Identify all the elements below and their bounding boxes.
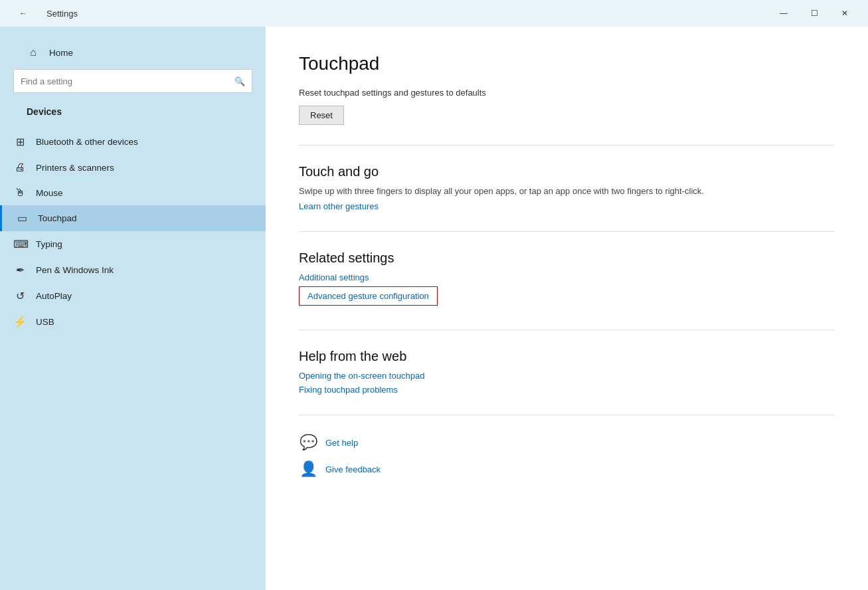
maximize-button[interactable]: ☐: [799, 0, 829, 27]
page-title: Touchpad: [299, 53, 835, 74]
search-input[interactable]: [21, 76, 234, 86]
advanced-gesture-link[interactable]: Advanced gesture configuration: [299, 286, 438, 306]
keyboard-icon: ⌨: [13, 238, 27, 250]
home-label: Home: [49, 48, 73, 58]
bluetooth-icon: ⊞: [13, 136, 27, 148]
sidebar-item-home[interactable]: ⌂ Home: [13, 40, 252, 65]
related-settings-section: Related settings Additional settings Adv…: [299, 250, 835, 310]
reset-section: Reset touchpad settings and gestures to …: [299, 88, 835, 125]
back-button[interactable]: ←: [8, 0, 39, 27]
search-box: 🔍: [13, 69, 252, 93]
give-feedback-icon: 👤: [299, 460, 317, 478]
sidebar-item-printers[interactable]: 🖨 Printers & scanners: [0, 155, 266, 180]
app-title: Settings: [46, 9, 78, 19]
help-heading: Help from the web: [299, 349, 835, 364]
devices-section-label: Devices: [13, 104, 252, 124]
pen-icon: ✒: [13, 264, 27, 276]
onscreen-touchpad-link[interactable]: Opening the on-screen touchpad: [299, 371, 835, 381]
printer-icon: 🖨: [13, 161, 27, 173]
give-feedback-item[interactable]: 👤 Give feedback: [299, 460, 835, 478]
help-section: Help from the web Opening the on-screen …: [299, 349, 835, 395]
reset-button[interactable]: Reset: [299, 106, 344, 125]
divider-2: [299, 231, 835, 232]
bottom-links: 💬 Get help 👤 Give feedback: [299, 434, 835, 478]
get-help-item[interactable]: 💬 Get help: [299, 434, 835, 451]
app-body: ⌂ Home 🔍 Devices ⊞ Bluetooth & other dev…: [0, 27, 868, 590]
touch-and-go-heading: Touch and go: [299, 164, 835, 179]
reset-description: Reset touchpad settings and gestures to …: [299, 88, 835, 98]
autoplay-icon: ↺: [13, 290, 27, 302]
learn-gestures-link[interactable]: Learn other gestures: [299, 201, 835, 211]
sidebar: ⌂ Home 🔍 Devices ⊞ Bluetooth & other dev…: [0, 27, 266, 590]
sidebar-item-typing[interactable]: ⌨ Typing: [0, 231, 266, 257]
sidebar-header: ⌂ Home 🔍 Devices: [0, 27, 266, 129]
minimize-button[interactable]: —: [768, 0, 799, 27]
usb-icon: ⚡: [13, 316, 27, 328]
title-bar: ← Settings — ☐ ✕: [0, 0, 868, 27]
divider-3: [299, 330, 835, 330]
sidebar-item-usb[interactable]: ⚡ USB: [0, 309, 266, 335]
mouse-icon: 🖱: [13, 187, 27, 199]
divider-4: [299, 415, 835, 415]
touchpad-icon: ▭: [15, 212, 29, 225]
sidebar-item-touchpad[interactable]: ▭ Touchpad: [0, 205, 266, 231]
home-icon: ⌂: [27, 47, 40, 58]
touch-and-go-description: Swipe up with three fingers to display a…: [299, 186, 835, 196]
nav-list: ⊞ Bluetooth & other devices 🖨 Printers &…: [0, 129, 266, 335]
sidebar-item-bluetooth[interactable]: ⊞ Bluetooth & other devices: [0, 129, 266, 155]
fixing-touchpad-link[interactable]: Fixing touchpad problems: [299, 385, 835, 395]
sidebar-item-autoplay[interactable]: ↺ AutoPlay: [0, 283, 266, 309]
get-help-icon: 💬: [299, 434, 317, 451]
give-feedback-link[interactable]: Give feedback: [325, 464, 381, 474]
sidebar-item-mouse[interactable]: 🖱 Mouse: [0, 180, 266, 205]
close-button[interactable]: ✕: [829, 0, 860, 27]
divider-1: [299, 145, 835, 146]
window-controls: — ☐ ✕: [768, 0, 860, 27]
related-settings-heading: Related settings: [299, 250, 835, 266]
sidebar-item-pen[interactable]: ✒ Pen & Windows Ink: [0, 257, 266, 283]
additional-settings-link[interactable]: Additional settings: [299, 272, 835, 282]
get-help-link[interactable]: Get help: [325, 438, 358, 448]
touch-and-go-section: Touch and go Swipe up with three fingers…: [299, 164, 835, 211]
main-content: Touchpad Reset touchpad settings and ges…: [266, 27, 868, 590]
search-icon: 🔍: [234, 76, 245, 86]
